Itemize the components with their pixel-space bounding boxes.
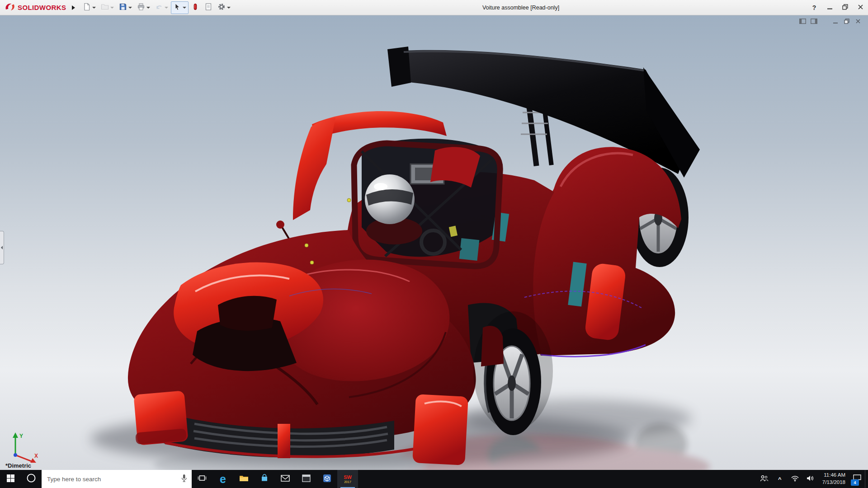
windows-logo-icon	[7, 474, 14, 484]
collapse-arrow-icon	[1, 246, 3, 249]
save-button[interactable]	[117, 1, 134, 14]
undo-button[interactable]	[153, 1, 170, 14]
help-button[interactable]: ?	[807, 0, 822, 15]
taskbar-icon-app-cube[interactable]	[316, 470, 337, 488]
doc-close-button[interactable]	[854, 18, 862, 25]
windows-taskbar: e SW 2017 ^	[0, 470, 868, 488]
options-button[interactable]	[215, 1, 233, 14]
cube-app-icon	[323, 474, 331, 484]
doc-restore-button[interactable]	[843, 18, 850, 25]
select-tool-button[interactable]	[171, 1, 189, 14]
new-document-button[interactable]	[80, 1, 98, 14]
dassault-logo-icon	[5, 2, 15, 13]
restore-icon	[842, 4, 848, 11]
microphone-icon[interactable]	[181, 474, 187, 484]
document-sheet-icon	[204, 3, 212, 13]
dropdown-arrow-icon[interactable]	[227, 7, 231, 9]
app-window-icon	[302, 474, 311, 484]
task-view-button[interactable]	[192, 470, 212, 488]
action-center-button[interactable]: 4	[849, 470, 865, 488]
menu-expand-button[interactable]	[69, 2, 78, 13]
solidworks-glyph: SW	[344, 475, 352, 480]
restore-button[interactable]	[837, 0, 853, 15]
dropdown-arrow-icon[interactable]	[128, 7, 132, 9]
solidworks-brand: SOLIDWORKS	[0, 2, 69, 13]
people-icon	[760, 475, 769, 483]
file-explorer-icon	[239, 474, 249, 484]
solidworks-year-badge: 2017	[344, 480, 351, 483]
solidworks-app-icon: SW 2017	[342, 473, 354, 485]
new-document-icon	[83, 3, 91, 13]
quick-toolbar	[80, 1, 233, 14]
chevron-up-icon: ^	[778, 476, 782, 483]
print-button[interactable]	[135, 1, 152, 14]
save-floppy-icon	[119, 3, 127, 13]
triad-x-label: X	[34, 453, 38, 459]
graphics-viewport[interactable]: Y X *Dimetric	[0, 15, 868, 470]
people-button[interactable]	[757, 470, 772, 488]
network-button[interactable]	[788, 470, 803, 488]
taskbar-icon-app-window[interactable]	[296, 470, 316, 488]
open-button[interactable]	[99, 1, 116, 14]
edge-browser-icon: e	[220, 474, 226, 485]
task-view-icon	[198, 474, 207, 484]
cortana-button[interactable]	[21, 470, 42, 488]
clock-date: 7/13/2018	[822, 479, 845, 486]
notification-badge: 4	[851, 479, 859, 486]
triad-y-label: Y	[19, 433, 23, 439]
gear-icon	[217, 3, 226, 13]
taskbar-icon-mail[interactable]	[275, 470, 296, 488]
volume-button[interactable]	[803, 470, 818, 488]
undo-arrow-icon	[155, 3, 163, 13]
close-button[interactable]	[853, 0, 868, 15]
dropdown-arrow-icon[interactable]	[110, 7, 114, 9]
expand-arrow-icon	[72, 5, 75, 10]
doc-minimize-button[interactable]	[832, 18, 839, 25]
close-icon	[858, 4, 863, 11]
speaker-icon	[807, 475, 815, 483]
select-cursor-icon	[173, 3, 181, 13]
panel-collapse-tab[interactable]	[0, 231, 4, 264]
design-binder-button[interactable]	[202, 1, 215, 14]
titlebar: SOLIDWORKS	[0, 0, 868, 15]
store-bag-icon	[260, 474, 269, 484]
cortana-circle-icon	[26, 473, 36, 485]
rebuild-button[interactable]	[189, 1, 202, 14]
taskbar-icon-solidworks[interactable]: SW 2017	[337, 470, 358, 488]
search-input[interactable]	[46, 475, 177, 483]
system-tray: ^ 11:46 AM 7/13/2018 4	[757, 470, 868, 488]
restore-pane-left-button[interactable]	[799, 18, 806, 25]
desktop-screen: SOLIDWORKS	[0, 0, 868, 488]
clock-time: 11:46 AM	[824, 472, 845, 479]
brand-label: SOLIDWORKS	[18, 4, 66, 11]
window-controls: ?	[807, 0, 868, 15]
wifi-icon	[791, 475, 799, 483]
show-desktop-button[interactable]	[865, 470, 868, 488]
orientation-triad: Y X *Dimetric	[5, 431, 42, 469]
dropdown-arrow-icon[interactable]	[92, 7, 96, 9]
restore-pane-right-button[interactable]	[810, 18, 817, 25]
taskbar-icon-edge[interactable]: e	[212, 470, 233, 488]
taskbar-icon-file-explorer[interactable]	[233, 470, 254, 488]
print-icon	[137, 3, 145, 13]
document-window-controls	[799, 18, 862, 25]
taskbar-icon-store[interactable]	[254, 470, 275, 488]
taskbar-search-box[interactable]	[42, 470, 192, 488]
hidden-icons-button[interactable]: ^	[772, 470, 788, 488]
minimize-button[interactable]	[822, 0, 837, 15]
dropdown-arrow-icon[interactable]	[146, 7, 150, 9]
viewport-3d-scene[interactable]	[0, 15, 868, 470]
rebuild-stoplight-icon	[191, 3, 199, 13]
dropdown-arrow-icon[interactable]	[183, 7, 186, 9]
start-button[interactable]	[0, 470, 21, 488]
taskbar-clock[interactable]: 11:46 AM 7/13/2018	[818, 470, 849, 488]
open-folder-icon	[101, 3, 109, 13]
window-title: Voiture assomblee [Read-only]	[482, 5, 559, 11]
minimize-icon	[827, 4, 833, 11]
mail-envelope-icon	[281, 475, 290, 483]
dropdown-arrow-icon[interactable]	[165, 7, 168, 9]
